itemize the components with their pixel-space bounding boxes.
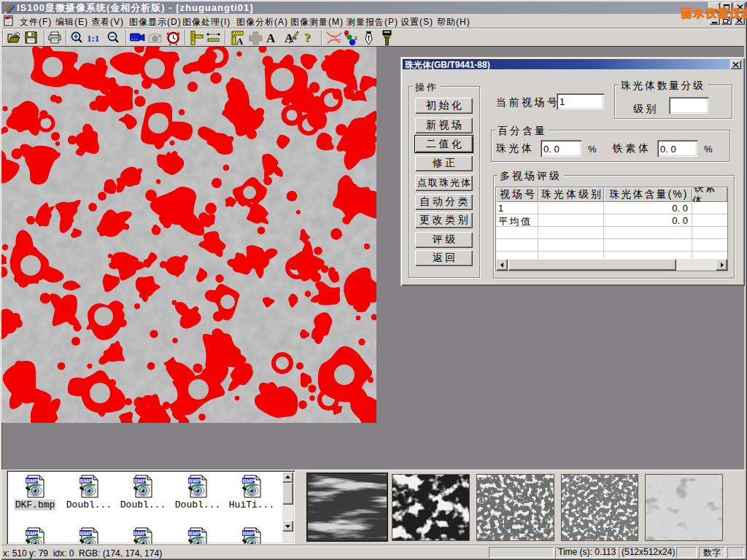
svg-text:BMP: BMP xyxy=(80,530,93,537)
svg-text:BMP: BMP xyxy=(26,478,39,484)
svg-text:3: 3 xyxy=(354,35,357,42)
svg-text:BMP: BMP xyxy=(134,478,147,484)
svg-text:BMP: BMP xyxy=(80,478,93,484)
svg-text:A: A xyxy=(236,36,244,45)
svg-text:BMP: BMP xyxy=(26,530,39,537)
svg-text:BMP: BMP xyxy=(243,478,255,484)
svg-text:2: 2 xyxy=(348,34,352,41)
svg-text:BMP: BMP xyxy=(243,530,255,537)
svg-text:BMP: BMP xyxy=(189,478,201,484)
svg-text:BMP: BMP xyxy=(189,530,201,537)
svg-text:BMP: BMP xyxy=(134,530,147,537)
